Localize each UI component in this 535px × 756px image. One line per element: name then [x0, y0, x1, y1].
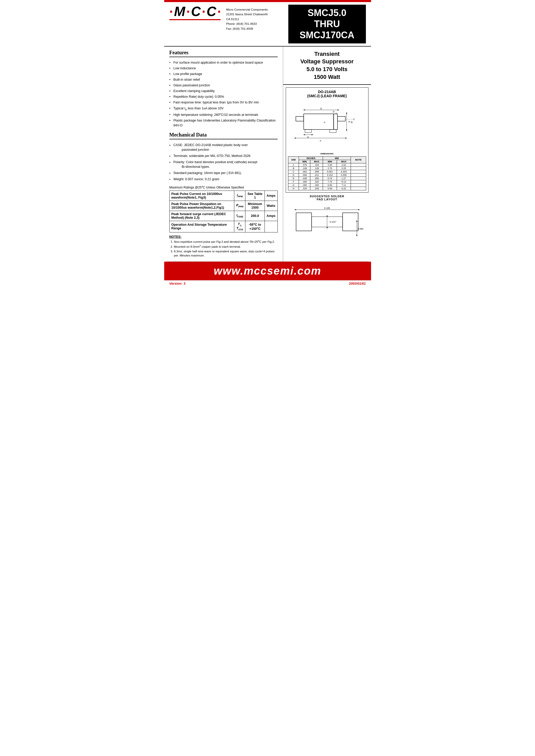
- mechanical-list: CASE: JEDEC DO-214AB molded plastic body…: [169, 142, 278, 182]
- notes-list: Non-repetitive current pulse per Fig.3 a…: [174, 239, 278, 258]
- mechanical-item: Terminals: solderable per MIL-STD-750, M…: [169, 153, 278, 159]
- dim-row: B.108.1282.753.25: [288, 166, 366, 170]
- description-cell: Peak Pulse Power Disspation on 10/1000us…: [169, 201, 234, 211]
- dim-min: MIN: [299, 160, 310, 163]
- svg-rect-2: [337, 117, 345, 121]
- svg-marker-41: [356, 235, 357, 237]
- unit-cell: Amps: [265, 211, 277, 221]
- description-cell: Peak Pulse Current on 10/1000us waveform…: [169, 190, 234, 201]
- solder-pad-svg: 0.185 0.121" 0.060": [291, 203, 363, 241]
- package-title: DO-214AB (SMCJ) (LEAD FRAME): [288, 90, 366, 98]
- table-row: Peak forward surge current (JEDEC Method…: [169, 211, 277, 221]
- svg-text:F: F: [320, 140, 322, 142]
- part-number-box: SMCJ5.0THRUSMCJ170CA: [288, 5, 366, 43]
- dim-header-inches: INCHES: [299, 156, 323, 160]
- feature-item: Repetition Rate( duty cycle): 0.05%: [169, 94, 278, 99]
- description-cell: Peak forward surge current (JEDEC Method…: [169, 211, 234, 221]
- dim-header-note: NOTE: [351, 156, 366, 163]
- website-url: www.mccsemi.com: [214, 265, 322, 277]
- value-cell: -55oC to+150oC: [245, 221, 265, 232]
- svg-marker-36: [326, 215, 327, 217]
- dim-row: C.002.0080.0510.203: [288, 170, 366, 173]
- svg-marker-40: [356, 220, 357, 222]
- package-diagram-box: DO-214AB (SMCJ) (LEAD FRAME): [286, 87, 369, 192]
- feature-item: Glass passivated junction: [169, 82, 278, 88]
- dim-row: E.030.0500.761.27: [288, 177, 366, 180]
- mechanical-item: CASE: JEDEC DO-214AB molded plastic body…: [169, 142, 278, 153]
- dim-row: F.305.3207.758.13: [288, 180, 366, 183]
- product-desc-box: Transient Voltage Suppressor 5.0 to 170 …: [283, 46, 371, 85]
- table-row: Peak Pulse Power Disspation on 10/1000us…: [169, 201, 277, 211]
- value-cell: 200.0: [245, 211, 265, 221]
- svg-text:B: B: [351, 121, 352, 124]
- svg-marker-19: [311, 134, 313, 135]
- notes-title: NOTES:: [169, 235, 278, 238]
- svg-marker-22: [294, 138, 296, 139]
- dim-mm-max: MAX: [337, 160, 351, 163]
- value-cell: Minimum1500: [245, 201, 265, 211]
- dim-header-mm: MM: [323, 156, 351, 160]
- feature-item: High temperature soldering: 260oC/10 sec…: [169, 112, 278, 118]
- features-list: For surface mount application in order t…: [169, 60, 278, 128]
- mechanical-title: Mechanical Data: [169, 132, 278, 139]
- svg-text:0.121": 0.121": [330, 221, 336, 223]
- dim-row: G.260.2606.607.11: [288, 183, 366, 187]
- address2: CA 91311: [226, 17, 288, 21]
- package-diagram-svg: G H D A B E: [288, 99, 366, 152]
- product-line3: 5.0 to 170 Volts: [306, 66, 348, 72]
- feature-item: Plastic package has Underwrites Laborato…: [169, 118, 278, 128]
- solder-pad-section: SUGGESTED SOLDERPAD LAYOUT 0.185 0.121": [283, 193, 371, 244]
- svg-marker-32: [294, 209, 296, 210]
- symbol-cell: IFSM): [234, 211, 245, 221]
- feature-item: For surface mount application in order t…: [169, 60, 278, 66]
- address1: 21201 Itasca Street Chatsworth: [226, 12, 288, 16]
- feature-item: Fast response time: typical less than 1p…: [169, 99, 278, 105]
- dimensions-label: DIMENSIONS: [288, 153, 366, 155]
- top-red-bar: [164, 0, 371, 2]
- company-info: Micro Commercial Components 21201 Itasca…: [226, 5, 288, 31]
- svg-rect-0: [303, 114, 337, 129]
- svg-text:E: E: [307, 136, 309, 139]
- svg-rect-28: [296, 213, 312, 231]
- note-item: Non-repetitive current pulse per Fig.3 a…: [174, 239, 278, 244]
- svg-marker-11: [346, 129, 347, 131]
- svg-text:H: H: [348, 121, 350, 123]
- feature-item: Typical ID less than 1uA above 10V: [169, 105, 278, 112]
- note-item: 8.3ms, single half sine-wave or equivale…: [174, 249, 278, 258]
- value-cell: See Table 1: [245, 190, 265, 201]
- notes-section: NOTES: Non-repetitive current pulse per …: [169, 235, 278, 258]
- svg-rect-1: [296, 117, 303, 121]
- svg-rect-3: [305, 129, 311, 133]
- version-text: Version: 3: [169, 282, 185, 286]
- fax: Fax: (818) 701-4939: [226, 26, 288, 31]
- svg-marker-6: [303, 110, 305, 111]
- product-line4: 1500 Watt: [314, 74, 340, 80]
- svg-marker-37: [326, 227, 327, 229]
- max-ratings-note: Maximum Ratings @25oC Unless Otherwise S…: [169, 185, 278, 189]
- note-item: Mounted on 8.0mm2 copper pads to each te…: [174, 244, 278, 249]
- phone: Phone: (818) 701-4933: [226, 21, 288, 26]
- feature-item: Low inductance: [169, 66, 278, 71]
- table-row: Peak Pulse Current on 10/1000us waveform…: [169, 190, 277, 201]
- ratings-table: Peak Pulse Current on 10/1000us waveform…: [169, 190, 278, 233]
- symbol-cell: PPPM: [234, 201, 245, 211]
- dim-row: D.006.0120.1520.305: [288, 173, 366, 177]
- svg-marker-33: [358, 209, 360, 210]
- dimensions-table: D/M INCHES MM NOTE MIN MAX MIN MAX A.079…: [288, 156, 366, 190]
- solder-pad-title: SUGGESTED SOLDERPAD LAYOUT: [286, 195, 369, 201]
- header: ·M·C·C· Micro Commercial Components 2120…: [164, 2, 371, 46]
- svg-text:G: G: [320, 108, 322, 110]
- mechanical-item: Standard packaging: 16mm tape per ( EIA …: [169, 170, 278, 176]
- description-cell: Operation And Storage Temperature Range: [169, 221, 234, 232]
- dim-max: MAX: [310, 160, 323, 163]
- symbol-cell: TJ,TSTG: [234, 221, 245, 232]
- mechanical-item: Weight: 0.007 ounce, 0.21 gram: [169, 176, 278, 182]
- main-content: Features For surface mount application i…: [164, 46, 371, 262]
- dim-row: A.079.1032.002.62: [288, 163, 366, 166]
- svg-marker-18: [303, 134, 305, 135]
- website-bar: www.mccsemi.com: [164, 262, 371, 280]
- svg-text:C: C: [353, 118, 355, 121]
- date-text: 2003/01/01: [349, 282, 366, 286]
- features-title: Features: [169, 50, 278, 57]
- svg-marker-10: [346, 112, 347, 114]
